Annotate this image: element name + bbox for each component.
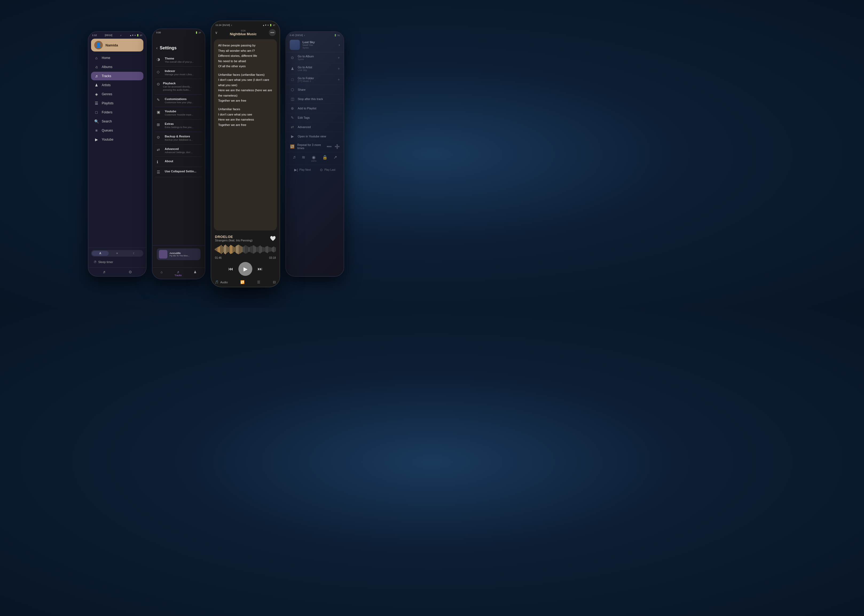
audio-label-section[interactable]: 🎵 Audio	[215, 280, 228, 284]
ctx-lyrics-btn[interactable]: ♬	[293, 155, 296, 162]
nav-youtube[interactable]: ▶ Youtube	[91, 135, 143, 144]
sleep-timer-btn[interactable]: ⏱ Sleep timer	[91, 259, 143, 265]
settings-about-title: About	[165, 160, 173, 163]
player-back-btn[interactable]: ∨	[215, 30, 218, 35]
nav-albums-label: Albums	[102, 65, 112, 69]
ctx-share-btn2[interactable]: ↗	[333, 155, 337, 162]
settings-time: 0:00	[156, 31, 161, 34]
settings-indexer-desc: Manage your music Libra...	[165, 73, 194, 76]
settings-item-about[interactable]: ℹ About	[155, 157, 202, 167]
settings-back-btn[interactable]: ‹	[156, 46, 158, 50]
ctx-lock-btn[interactable]: 🔒	[322, 155, 328, 162]
favorite-btn[interactable]: 🤍	[270, 236, 276, 242]
track-title: DROELOE	[215, 235, 252, 239]
theme-dark-btn[interactable]: ☾	[126, 251, 143, 256]
advanced-icon: ⇄	[157, 148, 162, 152]
settings-item-advanced[interactable]: ⇄ Advanced Advanced Settings, don'...	[155, 145, 202, 157]
waveform-bar	[231, 245, 232, 254]
player-more-btn[interactable]: •••	[269, 29, 276, 36]
settings-item-theme[interactable]: ◑ Theme The overall vibe of your p...	[155, 54, 202, 67]
time-current: 01:46	[215, 256, 222, 259]
player-date: [01/10]	[223, 24, 230, 27]
ctx-go-folder[interactable]: □ Go to Folder [YT] Music 2 +	[286, 74, 344, 85]
play-last-btn[interactable]: ⊙ Play Last	[320, 168, 335, 172]
theme-auto-btn[interactable]: A	[92, 251, 109, 256]
settings-extras-text: Extras Extra Settings to fine you...	[165, 122, 194, 129]
ctx-go-album[interactable]: ⊙ Go to Album Syrex +	[286, 52, 344, 63]
settings-backup-desc: Backup your database a...	[165, 138, 193, 141]
settings-about-text: About	[165, 160, 173, 163]
waveform-bar	[255, 246, 255, 253]
nav-genres[interactable]: ◈ Genres	[91, 90, 143, 99]
waveform-bar	[230, 245, 231, 254]
mini-player-container[interactable]: Avocuddle Fly Me To The Moo...	[157, 248, 200, 260]
settings-collapsed-text: Use Collapsed Settin...	[165, 170, 197, 173]
waveform-bar	[267, 246, 268, 253]
waveform-bar	[257, 247, 257, 252]
sbn-artists[interactable]: ♟	[194, 270, 197, 277]
play-next-btn[interactable]: ▶| Play Next	[294, 168, 311, 172]
tracks-icon: ♬	[94, 74, 99, 78]
go-album-icon: ⊙	[290, 55, 295, 60]
about-icon: ℹ	[157, 160, 162, 164]
go-folder-icon: □	[290, 77, 295, 82]
repeat-minus-btn[interactable]: ➖	[326, 144, 332, 149]
ctx-track-thumb	[290, 40, 300, 50]
nav-search-label: Search	[102, 119, 112, 123]
ctx-eq-btn[interactable]: ≋	[302, 155, 305, 162]
sbn-home[interactable]: ⌂	[161, 270, 162, 277]
ctx-volume-btn[interactable]: ◉ 100%	[311, 155, 316, 162]
settings-item-indexer[interactable]: ◇ Indexer Manage your music Libra...	[155, 67, 202, 79]
settings-item-collapsed[interactable]: ☰ Use Collapsed Settin...	[155, 167, 202, 177]
waveform-bar	[228, 247, 229, 252]
bottom-nav-tracks[interactable]: ♬	[102, 270, 106, 274]
nav-folders[interactable]: □ Folders	[91, 108, 143, 116]
ctx-add-playlist[interactable]: ⊕ Add to Playlist	[286, 104, 344, 113]
nav-albums[interactable]: ♫ Albums	[91, 63, 143, 71]
player-music-icon: ♪	[231, 24, 232, 27]
bottom-nav-timer[interactable]: ⊙	[129, 270, 132, 274]
player-time-row: 01:46 03:18	[211, 256, 279, 260]
nav-playlists[interactable]: ☰ Playlists	[91, 99, 143, 107]
nav-artists[interactable]: ♟ Artists	[91, 81, 143, 90]
settings-youtube-text: Youtube Customize Youtube expe...	[165, 110, 193, 116]
ctx-open-youtube[interactable]: ▶ Open in Youtube view	[286, 132, 344, 141]
ctx-lock-icon: 🔒	[322, 155, 328, 160]
settings-item-playback[interactable]: ⊙ Playback Can be accessed directly... p…	[155, 79, 202, 94]
settings-backup-title: Backup & Restore	[165, 135, 193, 138]
queue-btn[interactable]: ☰	[257, 280, 260, 284]
ctx-chevron-icon[interactable]: ›	[339, 43, 340, 47]
ctx-edit-tags[interactable]: ✎ Edit Tags	[286, 113, 344, 123]
nav-home[interactable]: ⌂ Home	[91, 53, 143, 62]
ctx-share[interactable]: ⬡ Share	[286, 85, 344, 94]
repeat-btn[interactable]: 🔁	[240, 280, 244, 284]
ctx-stop-after[interactable]: ◫ Stop after this track	[286, 94, 344, 104]
repeat-plus-btn[interactable]: ➕	[334, 144, 340, 149]
settings-status-icons: 🔋 27	[195, 31, 201, 34]
settings-item-youtube[interactable]: ▣ Youtube Customize Youtube expe...	[155, 107, 202, 119]
play-pause-btn[interactable]: ▶	[238, 262, 252, 276]
settings-item-backup[interactable]: ⊙ Backup & Restore Backup your database …	[155, 132, 202, 145]
sbn-tracks[interactable]: ♬ Tracks	[175, 270, 182, 277]
ctx-repeat-row: 🔁 Repeat for 3 more times ➖ ➕	[286, 141, 344, 152]
settings-item-customizations[interactable]: ✎ Customizations Customize how your play…	[155, 95, 202, 107]
settings-item-extras[interactable]: ⊞ Extras Extra Settings to fine you...	[155, 119, 202, 132]
cast-btn[interactable]: ⊟	[273, 280, 276, 284]
ctx-advanced[interactable]: ⇄ Advanced	[286, 123, 344, 132]
next-btn[interactable]: ⏭	[258, 266, 262, 272]
nav-folders-label: Folders	[102, 110, 112, 114]
waveform-bar	[271, 248, 272, 251]
theme-light-btn[interactable]: ☀	[109, 251, 126, 256]
player-controls: ⏮ ▶ ⏭	[211, 260, 279, 278]
avatar	[94, 41, 103, 49]
ctx-go-artist[interactable]: ♟ Go to Artist Lost Sky +	[286, 63, 344, 74]
nav-search[interactable]: 🔍 Search	[91, 117, 143, 126]
nav-tracks[interactable]: ♬ Tracks	[91, 72, 143, 80]
theme-dark-icon: ☾	[133, 252, 136, 255]
prev-btn[interactable]: ⏮	[228, 266, 233, 272]
nav-queues[interactable]: ≡ Queues	[91, 126, 143, 135]
ctx-track-artist: Syrex	[303, 46, 336, 49]
ctx-track-info: Lost Sky Need You Syrex	[303, 41, 336, 49]
ctx-stop-after-label: Stop after this track	[298, 97, 323, 101]
user-header[interactable]: Namida	[91, 39, 143, 52]
